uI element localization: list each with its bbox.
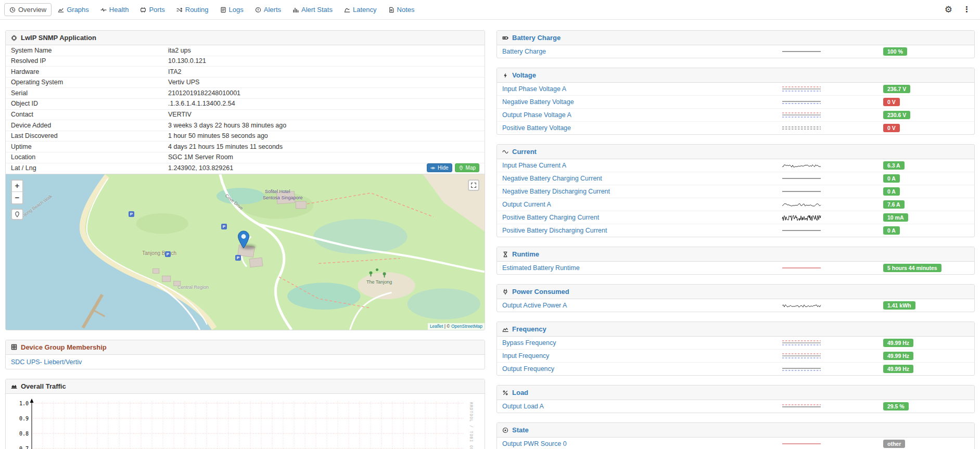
- sensor-badge-wrap: 7.6 A: [883, 200, 905, 209]
- panel-power-consumed: Power Consumed Output Active Power A 1.4…: [497, 284, 975, 312]
- sensor-column: Battery Charge Battery Charge 100 % Volt…: [497, 30, 975, 449]
- device-field-row: Resolved IP 10.130.0.121: [6, 56, 485, 67]
- sensor-link[interactable]: Negative Battery Voltage: [502, 98, 781, 106]
- sensor-link[interactable]: Input Frequency: [502, 352, 781, 360]
- sensor-badge-wrap: 1.41 kWh: [883, 301, 915, 310]
- zoom-out-button[interactable]: −: [12, 192, 22, 203]
- tab-label: Routing: [185, 6, 209, 14]
- sensor-sparkline[interactable]: [781, 174, 825, 183]
- sensor-link[interactable]: Estimated Battery Runtime: [502, 264, 781, 272]
- sensor-panel-title[interactable]: Power Consumed: [512, 288, 569, 296]
- sensor-value-badge: 1.41 kWh: [883, 301, 915, 310]
- sensor-row-negative-battery-charging-current: Negative Battery Charging Current 0 A: [497, 172, 974, 185]
- sensor-sparkline[interactable]: [781, 440, 825, 448]
- location-map[interactable]: Tanjong Beach WalkSofitel HotelSentosa S…: [6, 174, 485, 330]
- locate-control[interactable]: [11, 209, 23, 220]
- sensor-link[interactable]: Output Frequency: [502, 365, 781, 373]
- sensor-link[interactable]: Positive Battery Voltage: [502, 124, 781, 132]
- device-group-link[interactable]: SDC UPS- Liebert/Vertiv: [11, 358, 82, 366]
- device-overview-panel: LwIP SNMP Application System Name ita2 u…: [5, 30, 485, 330]
- sensor-badge-wrap: 49.99 Hz: [883, 365, 913, 373]
- sensor-sparkline[interactable]: [781, 85, 825, 93]
- tab-alert-stats[interactable]: Alert Stats: [287, 3, 338, 16]
- sensor-row-estimated-battery-runtime: Estimated Battery Runtime 5 hours 44 min…: [497, 262, 974, 274]
- leaflet-link[interactable]: Leaflet: [430, 324, 443, 329]
- sensor-sparkline[interactable]: [781, 301, 825, 310]
- sensor-badge-wrap: 0 V: [883, 124, 900, 132]
- tab-logs[interactable]: Logs: [215, 3, 249, 16]
- parking-icon: P: [165, 251, 171, 257]
- tab-alerts[interactable]: Alerts: [250, 3, 286, 16]
- map-button[interactable]: Map: [455, 163, 479, 172]
- main-content: LwIP SNMP Application System Name ita2 u…: [0, 20, 980, 449]
- tab-graphs[interactable]: Graphs: [53, 3, 94, 16]
- sensor-panel-title[interactable]: Load: [512, 389, 528, 396]
- sensor-panel-heading: Frequency: [497, 322, 974, 337]
- sensor-sparkline[interactable]: [781, 200, 825, 209]
- more-menu-button[interactable]: ⋮: [962, 5, 972, 15]
- sensor-link[interactable]: Positive Battery Discharging Current: [502, 226, 781, 235]
- sensor-value-badge: 0 A: [883, 174, 900, 183]
- svg-text:0.9: 0.9: [19, 415, 29, 421]
- device-field-value: .1.3.6.1.4.1.13400.2.54: [163, 98, 485, 109]
- tab-overview[interactable]: Overview: [4, 3, 52, 16]
- sensor-panel-title[interactable]: Battery Charge: [512, 34, 561, 42]
- sensor-value-badge: 0 V: [883, 98, 900, 106]
- device-field-label: Contact: [6, 109, 163, 120]
- sensor-link[interactable]: Negative Battery Discharging Current: [502, 187, 781, 196]
- hide-button[interactable]: Hide: [427, 163, 452, 172]
- sensor-value-badge: 49.99 Hz: [883, 339, 913, 347]
- sensor-link[interactable]: Battery Charge: [502, 47, 781, 56]
- device-field-value: 1.243902, 103.829261HideMap: [163, 163, 485, 174]
- sensor-sparkline[interactable]: [781, 124, 825, 132]
- sensor-link[interactable]: Bypass Frequency: [502, 339, 781, 347]
- routing-icon: [176, 7, 183, 13]
- sensor-sparkline[interactable]: [781, 161, 825, 170]
- zoom-in-button[interactable]: +: [12, 181, 22, 192]
- sensor-link[interactable]: Positive Battery Charging Current: [502, 213, 781, 222]
- sensor-link[interactable]: Output PWR Source 0: [502, 440, 781, 448]
- sensor-value-badge: 6.3 A: [883, 161, 905, 170]
- sensor-sparkline[interactable]: [781, 47, 825, 56]
- sensor-sparkline[interactable]: [781, 187, 825, 196]
- sensor-sparkline[interactable]: [781, 226, 825, 235]
- sensor-panel-title[interactable]: State: [512, 426, 529, 434]
- sensor-sparkline[interactable]: [781, 264, 825, 272]
- tab-health[interactable]: Health: [95, 3, 134, 16]
- sensor-sparkline[interactable]: [781, 365, 825, 373]
- kebab-menu-icon: ⋮: [963, 5, 971, 14]
- sensor-link[interactable]: Output Phase Voltage A: [502, 111, 781, 119]
- plug-icon: [502, 289, 508, 295]
- sensor-link[interactable]: Input Phase Current A: [502, 161, 781, 170]
- sensor-link[interactable]: Output Current A: [502, 200, 781, 209]
- tab-notes[interactable]: Notes: [383, 3, 420, 16]
- sensor-badge-wrap: 100 %: [883, 47, 907, 56]
- osm-link[interactable]: OpenStreetMap: [451, 324, 482, 329]
- sensor-sparkline[interactable]: [781, 213, 825, 222]
- tab-ports[interactable]: Ports: [135, 3, 170, 16]
- sensor-panel-title[interactable]: Current: [512, 148, 537, 156]
- sensor-panel-heading: Load: [497, 386, 974, 400]
- sensor-link[interactable]: Input Phase Voltage A: [502, 85, 781, 93]
- sensor-sparkline[interactable]: [781, 98, 825, 106]
- sensor-panel-title[interactable]: Runtime: [512, 250, 539, 258]
- sensor-sparkline[interactable]: [781, 339, 825, 347]
- sensor-row-output-active-power-a: Output Active Power A 1.41 kWh: [497, 299, 974, 312]
- sensor-sparkline[interactable]: [781, 352, 825, 360]
- device-field-row: Device Added 3 weeks 3 days 22 hours 38 …: [6, 120, 485, 131]
- tab-routing[interactable]: Routing: [171, 3, 214, 16]
- sensor-panel-title[interactable]: Frequency: [512, 325, 546, 333]
- sensor-sparkline[interactable]: [781, 402, 825, 410]
- settings-gear-button[interactable]: ⚙: [944, 4, 953, 15]
- fullscreen-control[interactable]: [468, 179, 479, 191]
- sensor-link[interactable]: Negative Battery Charging Current: [502, 174, 781, 183]
- sensor-sparkline[interactable]: [781, 111, 825, 119]
- sensor-link[interactable]: Output Load A: [502, 402, 781, 410]
- sensor-panel-title[interactable]: Voltage: [512, 71, 536, 79]
- sensor-link[interactable]: Output Active Power A: [502, 301, 781, 310]
- tab-latency[interactable]: Latency: [339, 3, 382, 16]
- device-field-value: 1 hour 50 minutes 58 seconds ago: [163, 131, 485, 142]
- map-marker-icon[interactable]: [237, 230, 250, 251]
- sensor-panel-heading: Voltage: [497, 68, 974, 83]
- traffic-graph[interactable]: 1.00.90.80.7RRDTOOL / TOBI OETIKER: [8, 398, 476, 449]
